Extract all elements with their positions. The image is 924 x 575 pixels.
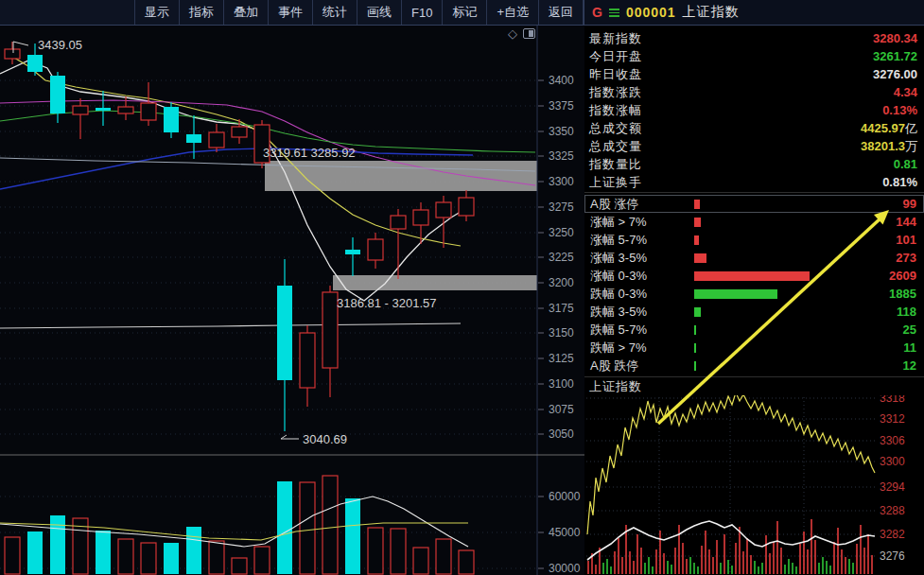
quote-rows: 最新指数3280.34今日开盘3261.72昨日收盘3276.00指数涨跌4.3… <box>584 29 924 191</box>
svg-text:3300: 3300 <box>549 175 574 188</box>
distribution-row[interactable]: 跌幅 3-5%118 <box>584 303 924 321</box>
distribution-bar <box>694 325 696 335</box>
distribution-row[interactable]: 涨幅 3-5%273 <box>584 249 924 267</box>
quote-row: 上证换手0.81% <box>584 173 924 191</box>
toolbar-button-显示[interactable]: 显示 <box>134 0 179 25</box>
chart-corner-icons: ◇ <box>508 27 535 40</box>
distribution-label: 涨幅 > 7% <box>590 214 694 231</box>
panel-toggle-icon[interactable] <box>523 28 535 39</box>
distribution-value: 144 <box>896 215 916 229</box>
intraday-chart[interactable]: 33183312330633003294328832823276 <box>584 395 924 575</box>
quote-label: 最新指数 <box>589 30 642 47</box>
distribution-bar <box>694 289 777 299</box>
kline-chart[interactable]: 3439.053319.61 3285.923186.81 - 3201.573… <box>0 26 584 575</box>
svg-text:60000: 60000 <box>549 490 581 503</box>
stock-name[interactable]: 上证指数 <box>683 4 740 21</box>
svg-text:3175: 3175 <box>549 302 574 315</box>
kline-chart-area[interactable]: 3439.053319.61 3285.923186.81 - 3201.573… <box>0 26 584 575</box>
quote-row: 总成交额4425.97亿 <box>584 119 924 137</box>
toolbar-button-标记[interactable]: 标记 <box>442 0 486 25</box>
quote-row: 总成交量38201.3万 <box>584 137 924 155</box>
distribution-value: 99 <box>903 197 916 211</box>
distribution-value: 12 <box>903 358 916 373</box>
toolbar-button-指标[interactable]: 指标 <box>179 0 223 25</box>
quote-row: 今日开盘3261.72 <box>584 47 924 65</box>
svg-text:30000: 30000 <box>549 562 581 575</box>
distribution-row[interactable]: A股 涨停99 <box>584 195 924 213</box>
quote-value: 3280.34 <box>873 31 917 45</box>
quote-header: G 000001 上证指数 <box>584 0 924 25</box>
quote-label: 总成交额 <box>589 120 642 137</box>
svg-text:3186.81 - 3201.57: 3186.81 - 3201.57 <box>337 296 437 310</box>
toolbar-button-返回[interactable]: 返回 <box>538 0 584 25</box>
toolbar-button-+自选[interactable]: +自选 <box>486 0 538 25</box>
quote-value: 0.81% <box>882 175 917 189</box>
stock-app-window: 显示指标叠加事件统计画线F10标记+自选返回 G 000001 上证指数 343… <box>0 0 924 575</box>
diamond-icon[interactable]: ◇ <box>508 27 517 40</box>
svg-text:3075: 3075 <box>549 403 574 416</box>
svg-text:3318: 3318 <box>880 395 905 405</box>
distribution-value: 273 <box>896 251 916 265</box>
distribution-bar <box>694 307 701 317</box>
menu-lines-icon[interactable] <box>609 9 619 17</box>
svg-text:3200: 3200 <box>549 276 574 289</box>
distribution-value: 101 <box>896 233 916 247</box>
quote-value: 3276.00 <box>873 67 917 81</box>
quote-panel: 最新指数3280.34今日开盘3261.72昨日收盘3276.00指数涨跌4.3… <box>584 26 924 575</box>
distribution-row[interactable]: 涨幅 0-3%2609 <box>584 267 924 285</box>
mini-chart-title: 上证指数 <box>589 378 642 395</box>
svg-text:3050: 3050 <box>549 427 574 441</box>
svg-text:3439.05: 3439.05 <box>38 38 82 52</box>
distribution-value: 1885 <box>889 287 916 301</box>
quote-label: 总成交量 <box>589 138 642 155</box>
svg-text:3125: 3125 <box>549 352 574 365</box>
svg-text:3375: 3375 <box>549 99 574 113</box>
svg-text:3250: 3250 <box>549 226 574 239</box>
quote-value: 38201.3万 <box>861 138 917 155</box>
svg-text:3400: 3400 <box>549 74 574 87</box>
quote-label: 指数涨幅 <box>589 102 642 119</box>
stock-code[interactable]: 000001 <box>626 5 676 20</box>
advance-decline-rows: A股 涨停99涨幅 > 7%144涨幅 5-7%101涨幅 3-5%273涨幅 … <box>584 195 924 375</box>
svg-text:3282: 3282 <box>880 528 905 541</box>
svg-text:3276: 3276 <box>880 549 905 563</box>
distribution-row[interactable]: 涨幅 > 7%144 <box>584 213 924 231</box>
distribution-row[interactable]: 跌幅 0-3%1885 <box>584 285 924 303</box>
svg-text:3325: 3325 <box>549 149 574 163</box>
distribution-row[interactable]: 涨幅 5-7%101 <box>584 231 924 249</box>
g-marker: G <box>592 5 602 20</box>
toolbar-button-画线[interactable]: 画线 <box>357 0 401 25</box>
svg-text:3350: 3350 <box>549 125 574 138</box>
toolbar-button-叠加[interactable]: 叠加 <box>223 0 268 25</box>
quote-label: 上证换手 <box>589 174 642 191</box>
svg-text:3040.69: 3040.69 <box>303 432 347 446</box>
svg-text:45000: 45000 <box>549 526 581 539</box>
svg-text:3294: 3294 <box>880 480 905 494</box>
distribution-value: 118 <box>897 305 916 319</box>
distribution-bar <box>694 200 700 209</box>
distribution-value: 2609 <box>889 269 916 283</box>
distribution-bar <box>694 218 701 227</box>
distribution-label: 涨幅 0-3% <box>590 268 694 285</box>
quote-value: 4.34 <box>894 85 917 99</box>
distribution-row[interactable]: A股 跌停12 <box>584 357 924 375</box>
quote-label: 今日开盘 <box>589 48 642 65</box>
quote-row: 最新指数3280.34 <box>584 29 924 47</box>
svg-text:3300: 3300 <box>880 455 905 468</box>
quote-value: 0.81 <box>894 157 917 171</box>
distribution-row[interactable]: 跌幅 > 7%11 <box>584 339 924 357</box>
distribution-row[interactable]: 跌幅 5-7%25 <box>584 321 924 339</box>
distribution-value: 11 <box>903 340 916 355</box>
toolbar-button-F10[interactable]: F10 <box>401 0 442 25</box>
distribution-bar <box>694 361 696 371</box>
toolbar-button-统计[interactable]: 统计 <box>312 0 357 25</box>
toolbar-button-事件[interactable]: 事件 <box>268 0 312 25</box>
distribution-bar <box>694 271 810 281</box>
quote-row: 昨日收盘3276.00 <box>584 65 924 83</box>
distribution-label: A股 跌停 <box>590 357 694 375</box>
quote-value: 4425.97亿 <box>861 120 917 137</box>
distribution-label: 跌幅 5-7% <box>590 322 694 339</box>
quote-label: 昨日收盘 <box>589 66 642 83</box>
quote-value: 3261.72 <box>873 49 917 63</box>
distribution-bar <box>694 253 706 263</box>
